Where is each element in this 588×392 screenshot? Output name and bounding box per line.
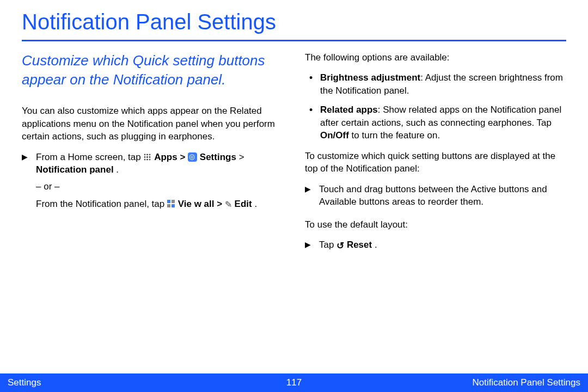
step-reorder: Touch and drag buttons between the Activ… (305, 183, 566, 209)
dot: . (375, 240, 377, 250)
sep: > (217, 199, 225, 209)
reset-icon: ↺ (336, 240, 344, 252)
option-list: Brightness adjustment: Adjust the screen… (305, 71, 566, 142)
dot: . (116, 164, 119, 175)
text: From a Home screen, tap (36, 152, 143, 162)
view-all-label: Vie w all (178, 199, 215, 209)
settings-icon (188, 152, 197, 162)
text: Tap (319, 240, 336, 250)
sep: > (239, 152, 244, 162)
option-body: to turn the feature on. (349, 130, 440, 140)
page-title: Notification Panel Settings (0, 0, 588, 39)
onoff-label: On/Off (320, 130, 349, 140)
option-brightness: Brightness adjustment: Adjust the screen… (320, 71, 566, 97)
sep: > (180, 152, 188, 162)
page-footer: Settings 117 Notification Panel Settings (0, 373, 588, 392)
step-notif-panel: From the Notification panel, tap Vie w a… (22, 198, 283, 211)
step-home-screen: From a Home screen, tap Apps > Settings … (22, 151, 283, 176)
dot: . (254, 199, 257, 209)
notif-panel-label: Notification panel (36, 164, 114, 175)
text: From the Notification panel, tap (36, 199, 167, 209)
customize-intro: To customize which quick setting buttons… (305, 150, 566, 175)
step-reset: Tap ↺ Reset . (305, 238, 566, 252)
lead-blurb: Customize which Quick setting buttons ap… (22, 51, 283, 89)
option-related-apps: Related apps: Show related apps on the N… (320, 103, 566, 142)
option-label: Related apps (320, 105, 378, 115)
right-intro: The following options are available: (305, 51, 566, 64)
footer-right: Notification Panel Settings (473, 377, 580, 388)
view-all-icon (167, 200, 175, 208)
edit-icon: ✎ (225, 199, 232, 211)
text: Touch and drag buttons between the Activ… (319, 184, 547, 207)
edit-label: Edit (235, 199, 252, 209)
option-label: Brightness adjustment (320, 72, 420, 83)
apps-label: Apps (154, 152, 177, 162)
right-column: The following options are available: Bri… (305, 51, 566, 255)
or-separator: – or – (22, 180, 283, 193)
left-column: Customize which Quick setting buttons ap… (22, 51, 283, 255)
left-intro: You can also customize which apps appear… (22, 105, 283, 143)
footer-page-number: 117 (286, 377, 302, 388)
content-columns: Customize which Quick setting buttons ap… (0, 41, 588, 255)
reset-label: Reset (347, 240, 372, 250)
footer-left: Settings (8, 377, 41, 388)
settings-label: Settings (200, 152, 236, 162)
default-intro: To use the default layout: (305, 218, 566, 231)
apps-icon (143, 153, 151, 161)
